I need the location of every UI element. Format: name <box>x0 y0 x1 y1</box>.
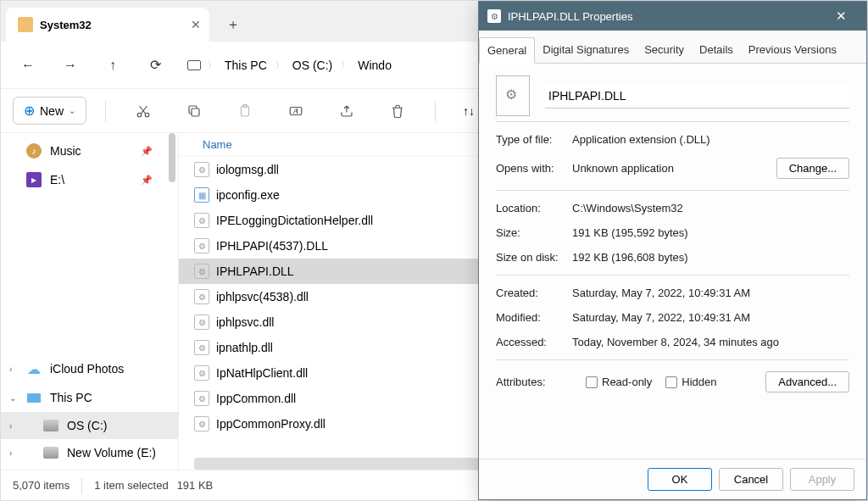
tab-digital-signatures[interactable]: Digital Signatures <box>535 37 637 63</box>
file-name: IppCommon.dll <box>216 392 296 405</box>
close-icon[interactable]: ✕ <box>191 18 201 31</box>
new-tab-button[interactable]: ＋ <box>218 11 248 39</box>
file-icon: ⚙ <box>194 391 209 406</box>
close-button[interactable]: ✕ <box>824 2 858 31</box>
tab-title: System32 <box>40 19 92 31</box>
size-label: Size: <box>496 226 572 239</box>
filename-input[interactable] <box>545 84 849 109</box>
separator <box>105 101 106 121</box>
sidebar-item-label: iCloud Photos <box>50 362 124 376</box>
tab-details[interactable]: Details <box>692 37 741 63</box>
accessed-value: Today, November 8, 2024, 34 minutes ago <box>572 336 849 348</box>
crumb-os-c[interactable]: OS (C:) <box>291 55 334 75</box>
file-name: ipconfig.exe <box>216 188 280 202</box>
sidebar-item[interactable]: ›New Volume (E:) <box>1 439 178 466</box>
sidebar-item-label: Music <box>50 144 81 158</box>
new-label: New <box>40 104 64 118</box>
video-icon: ▸ <box>26 172 42 187</box>
chevron-right-icon: 〉 <box>208 59 216 71</box>
svg-point-1 <box>145 113 149 117</box>
new-button[interactable]: ⊕ New ⌄ <box>13 97 86 125</box>
refresh-button[interactable]: ⟳ <box>138 48 172 82</box>
file-name: ipnathlp.dll <box>216 341 273 354</box>
tab-system32[interactable]: System32 ✕ <box>6 8 209 42</box>
file-icon: ⚙ <box>194 238 209 253</box>
accessed-label: Accessed: <box>496 336 572 348</box>
separator <box>81 478 82 493</box>
breadcrumb[interactable]: 〉 This PC 〉 OS (C:) 〉 Windo <box>187 55 393 75</box>
pin-icon: 📌 <box>141 175 153 186</box>
share-button[interactable] <box>328 96 365 126</box>
location-value: C:\Windows\System32 <box>572 202 849 214</box>
crumb-windows[interactable]: Windo <box>356 55 393 75</box>
attributes-label: Attributes: <box>496 376 572 388</box>
hidden-label: Hidden <box>682 376 716 388</box>
file-name: IpNatHlpClient.dll <box>216 366 308 380</box>
pin-icon: 📌 <box>141 146 153 157</box>
chevron-icon: › <box>9 421 12 431</box>
readonly-label: Read-only <box>602 376 652 388</box>
sidebar-item[interactable]: ▸E:\📌 <box>1 165 178 194</box>
tab-general[interactable]: General <box>479 37 535 64</box>
cloud-icon: ☁ <box>26 361 42 376</box>
rename-button[interactable]: A <box>277 96 314 126</box>
disk-icon <box>43 420 58 431</box>
file-name: iologmsg.dll <box>216 163 279 176</box>
file-icon: ⚙ <box>194 289 209 304</box>
dialog-body: Type of file: Application extension (.DL… <box>479 64 866 459</box>
checkbox-icon <box>586 376 598 388</box>
svg-rect-2 <box>192 109 199 116</box>
back-button[interactable]: ← <box>11 48 45 82</box>
dialog-titlebar[interactable]: ⚙ IPHLPAPI.DLL Properties ✕ <box>479 2 866 31</box>
chevron-right-icon: 〉 <box>275 59 284 71</box>
sidebar-item[interactable]: ›OS (C:) <box>1 412 178 439</box>
cancel-button[interactable]: Cancel <box>719 468 783 491</box>
apply-button[interactable]: Apply <box>790 468 854 491</box>
delete-button[interactable] <box>379 96 416 126</box>
plus-icon: ⊕ <box>24 103 35 119</box>
file-icon: ⚙ <box>194 315 209 330</box>
chevron-right-icon: 〉 <box>341 59 349 71</box>
folder-icon <box>18 17 33 32</box>
paste-button[interactable] <box>226 96 264 126</box>
dialog-title: IPHLPAPI.DLL Properties <box>508 10 632 23</box>
sidebar-item[interactable]: ›☁iCloud Photos <box>1 354 178 383</box>
hidden-checkbox[interactable]: Hidden <box>665 376 716 388</box>
change-button[interactable]: Change... <box>776 158 849 179</box>
advanced-button[interactable]: Advanced... <box>765 371 849 392</box>
crumb-this-pc[interactable]: This PC <box>223 55 269 75</box>
readonly-checkbox[interactable]: Read-only <box>586 376 652 388</box>
tab-previous-versions[interactable]: Previous Versions <box>741 37 844 63</box>
status-selected: 1 item selected <box>94 479 168 492</box>
ok-button[interactable]: OK <box>648 468 712 491</box>
sidebar-item[interactable]: ⌄This PC <box>1 383 178 412</box>
pc-icon <box>187 60 201 70</box>
size-on-disk-value: 192 KB (196,608 bytes) <box>572 251 849 264</box>
sidebar-item[interactable]: ♪Music📌 <box>1 136 178 165</box>
copy-button[interactable] <box>175 96 213 126</box>
file-icon: ⚙ <box>194 264 209 279</box>
dialog-tabs: General Digital Signatures Security Deta… <box>479 31 866 64</box>
sidebar-item-label: This PC <box>50 391 92 404</box>
sidebar-item-label: OS (C:) <box>67 419 107 432</box>
file-icon: ⚙ <box>194 340 209 355</box>
file-name: IppCommonProxy.dll <box>216 417 326 431</box>
forward-button[interactable]: → <box>53 48 87 82</box>
file-name: IPHLPAPI.DLL <box>216 264 294 278</box>
up-button[interactable]: ↑ <box>96 48 130 82</box>
file-icon: ⚙ <box>194 365 209 381</box>
cut-button[interactable] <box>125 96 162 126</box>
type-value: Application extension (.DLL) <box>572 133 849 146</box>
svg-text:A: A <box>293 108 298 115</box>
tab-security[interactable]: Security <box>637 37 692 63</box>
chevron-down-icon: ⌄ <box>69 106 75 115</box>
file-type-icon <box>496 75 530 116</box>
svg-point-0 <box>137 113 142 117</box>
sort-icon: ↑↓ <box>463 104 475 118</box>
disk-icon <box>43 447 58 459</box>
file-name: IPHLPAPI(4537).DLL <box>216 239 328 253</box>
dialog-footer: OK Cancel Apply <box>479 459 866 499</box>
created-value: Saturday, May 7, 2022, 10:49:31 AM <box>572 287 849 299</box>
file-icon: ⚙ <box>487 9 501 23</box>
opens-with-value: Unknown application <box>572 162 674 175</box>
